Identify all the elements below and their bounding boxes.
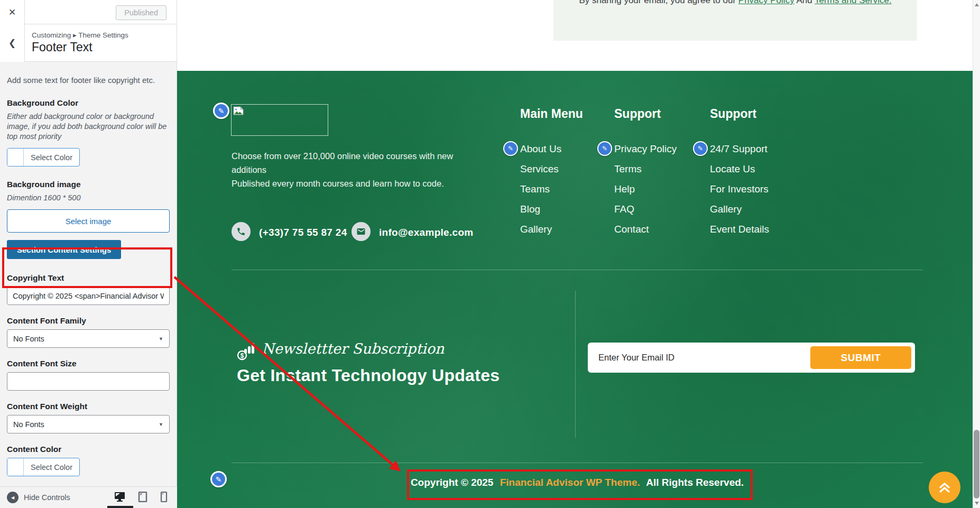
- vertical-scrollbar[interactable]: [973, 0, 980, 508]
- edit-copyright-button[interactable]: ✎: [210, 471, 227, 487]
- content-font-family-select[interactable]: No Fonts ▼: [7, 329, 170, 348]
- footer-link-gallery[interactable]: Gallery: [710, 204, 769, 215]
- background-image-control: Background image Dimention 1600 * 500 Se…: [7, 180, 170, 259]
- content-font-weight-control: Content Font Weight No Fonts ▼: [7, 402, 170, 433]
- back-button[interactable]: ❮: [0, 24, 25, 62]
- terms-service-link[interactable]: Terms and Service.: [815, 0, 892, 5]
- panel-header: ❮ Customizing ▸ Theme Settings Footer Te…: [0, 24, 177, 62]
- consent-text: By sharing your email, you agree to our …: [553, 0, 917, 6]
- collapse-sidebar-button[interactable]: ◀: [7, 492, 19, 503]
- newsletter-divider: [575, 291, 576, 438]
- active-device-indicator: [107, 506, 133, 508]
- desktop-preview-button[interactable]: [114, 492, 126, 504]
- pencil-icon: ✎: [218, 107, 225, 115]
- footer-link-event-details[interactable]: Event Details: [710, 224, 769, 235]
- color-swatch[interactable]: [7, 458, 24, 476]
- edit-logo-button[interactable]: ✎: [213, 103, 229, 119]
- site-footer: ✎ Choose from over 210,000 online video …: [177, 71, 973, 508]
- content-font-family-control: Content Font Family No Fonts ▼: [7, 316, 170, 348]
- chevron-down-icon: ▼: [159, 422, 163, 427]
- chevron-down-icon: ▼: [159, 336, 163, 341]
- site-preview: By sharing your email, you agree to our …: [177, 0, 973, 508]
- content-font-weight-label: Content Font Weight: [7, 402, 170, 411]
- pencil-icon: ✎: [698, 143, 703, 154]
- close-icon: ✕: [8, 7, 16, 17]
- footer-link-about-us[interactable]: ✎ About Us: [520, 143, 583, 154]
- footer-column-support-2: Support ✎ 24/7 Support Locate Us For Inv…: [710, 107, 769, 244]
- select-color-button[interactable]: Select Color: [24, 463, 79, 472]
- background-image-label: Background image: [7, 180, 170, 189]
- footer-link-services[interactable]: Services: [520, 163, 583, 174]
- published-button[interactable]: Published: [116, 5, 167, 20]
- newsletter-heading: Get Instant Technology Updates: [237, 366, 500, 385]
- footer-link-privacy-policy[interactable]: ✎ Privacy Policy: [614, 143, 677, 154]
- footer-column-title: Support: [614, 107, 677, 121]
- footer-column-main-menu: Main Menu ✎ About Us Services Teams Blog…: [520, 107, 583, 244]
- background-color-picker[interactable]: Select Color: [7, 148, 80, 167]
- content-font-weight-select[interactable]: No Fonts ▼: [7, 415, 170, 433]
- background-color-description: Either add background color or backgroun…: [7, 112, 170, 142]
- email-icon: [352, 222, 371, 241]
- footer-link-for-investors[interactable]: For Investors: [710, 183, 769, 195]
- hide-controls-label[interactable]: Hide Controls: [24, 493, 70, 502]
- footer-email[interactable]: info@example.com: [379, 227, 474, 238]
- footer-phone[interactable]: (+33)7 75 55 87 24: [259, 227, 347, 238]
- scrollbar-up-arrow-icon[interactable]: [975, 3, 979, 6]
- customizer-screen: ✕ Published ❮ Customizing ▸ Theme Settin…: [0, 0, 980, 508]
- footer-link-teams[interactable]: Teams: [520, 183, 583, 195]
- footer-link-terms[interactable]: Terms: [614, 163, 677, 174]
- newsletter-chart-icon: $: [236, 340, 257, 362]
- section-content-settings-button[interactable]: Section Content Settings: [7, 240, 121, 259]
- footer-link-contact[interactable]: Contact: [614, 224, 677, 235]
- pencil-icon: ✎: [508, 143, 513, 154]
- content-color-label: Content Color: [7, 445, 170, 454]
- footer-link-247-support[interactable]: ✎ 24/7 Support: [710, 143, 769, 154]
- copyright-brand-link[interactable]: Financial Advisor WP Theme.: [500, 477, 640, 488]
- footer-link-gallery[interactable]: Gallery: [520, 224, 583, 235]
- footer-copyright: Copyright © 2025 Financial Advisor WP Th…: [232, 477, 923, 488]
- footer-link-blog[interactable]: Blog: [520, 204, 583, 215]
- content-color-picker[interactable]: Select Color: [7, 458, 80, 476]
- selected-option: No Fonts: [13, 420, 44, 429]
- customizer-topbar: ✕ Published: [0, 0, 177, 24]
- panel-description: Add some text for footer like copyright …: [7, 76, 170, 85]
- arrow-left-icon: ◀: [11, 495, 14, 500]
- edit-menu-button[interactable]: ✎: [503, 141, 518, 156]
- color-swatch[interactable]: [7, 148, 24, 167]
- scrollbar-thumb[interactable]: [974, 430, 979, 498]
- mobile-icon: [160, 492, 168, 502]
- close-customizer-button[interactable]: ✕: [0, 0, 25, 24]
- customizer-footer-bar: ◀ Hide Controls: [0, 486, 177, 508]
- pencil-icon: ✎: [216, 475, 222, 484]
- footer-divider: [232, 463, 923, 463]
- mobile-preview-button[interactable]: [160, 492, 168, 504]
- tablet-preview-button[interactable]: [137, 492, 148, 504]
- copyright-text-control: Copyright Text: [7, 273, 170, 305]
- newsletter-tagline: Newslettter Subscription: [262, 340, 444, 357]
- footer-column-support-1: Support ✎ Privacy Policy Terms Help FAQ …: [614, 107, 677, 244]
- edit-menu-button[interactable]: ✎: [693, 141, 708, 156]
- content-font-size-input[interactable]: [7, 372, 170, 391]
- footer-link-faq[interactable]: FAQ: [614, 204, 677, 215]
- selected-option: No Fonts: [13, 335, 44, 343]
- breadcrumb: Customizing ▸ Theme Settings: [32, 31, 128, 39]
- edit-menu-button[interactable]: ✎: [597, 141, 612, 156]
- pencil-icon: ✎: [602, 143, 607, 154]
- copyright-text-input[interactable]: [7, 287, 170, 305]
- page-title: Footer Text: [32, 40, 93, 54]
- svg-text:$: $: [241, 352, 244, 359]
- footer-column-title: Main Menu: [520, 107, 583, 121]
- footer-link-help[interactable]: Help: [614, 183, 677, 195]
- customizer-sidebar: ✕ Published ❮ Customizing ▸ Theme Settin…: [0, 0, 177, 508]
- footer-link-locate-us[interactable]: Locate Us: [710, 163, 769, 174]
- footer-column-title: Support: [710, 107, 769, 121]
- content-font-family-label: Content Font Family: [7, 316, 170, 326]
- privacy-policy-link[interactable]: Privacy Policy: [738, 0, 794, 5]
- footer-divider: [232, 270, 923, 270]
- scrollbar-down-arrow-icon[interactable]: [975, 502, 979, 505]
- newsletter-submit-button[interactable]: SUBMIT: [810, 346, 911, 369]
- select-color-button[interactable]: Select Color: [24, 153, 79, 162]
- scroll-to-top-button[interactable]: [929, 472, 960, 503]
- newsletter-email-input[interactable]: [598, 353, 768, 363]
- select-image-button[interactable]: Select image: [7, 209, 170, 233]
